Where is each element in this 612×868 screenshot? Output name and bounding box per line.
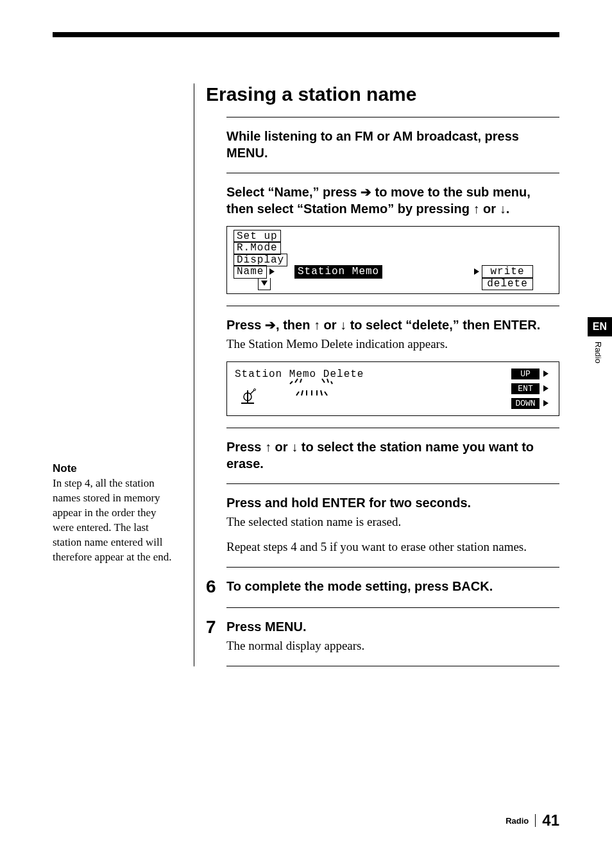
submenu-station-memo: Station Memo [294, 265, 382, 278]
column-divider [194, 83, 194, 666]
arrow-down-icon: ↓ [340, 318, 346, 332]
lcd-button-stack: UP ENT DOWN [511, 369, 551, 409]
text: or [480, 202, 500, 216]
manual-page: Note In step 4, all the station names st… [0, 0, 612, 868]
signal-wave-icon [286, 376, 337, 405]
submenu-delete: delete [482, 277, 533, 290]
step-3: Press ➔, then ↑ or ↓ to select “delete,”… [226, 306, 559, 428]
triangle-right-icon [269, 268, 275, 275]
step-2: Select “Name,” press ➔ to move to the su… [226, 173, 559, 306]
text: to select “delete,” then ENTER. [346, 318, 540, 332]
text: , then [276, 318, 314, 332]
footer-section: Radio [506, 816, 529, 826]
text: Press [226, 318, 265, 332]
svg-point-4 [254, 388, 256, 390]
menu-item: R.Mode [234, 241, 281, 254]
footer-divider [535, 814, 536, 827]
text: Select “Name,” press [226, 185, 361, 199]
language-badge: EN [588, 317, 612, 336]
step-number: 6 [206, 578, 226, 596]
step-7: 7 Press MENU. The normal display appears… [226, 607, 559, 666]
step-6-heading: To complete the mode setting, press BACK… [226, 578, 559, 595]
svg-line-3 [250, 390, 254, 394]
lcd-title: Station Memo Delete [235, 369, 511, 380]
arrow-up-icon: ↑ [314, 318, 320, 332]
triangle-down-icon [261, 281, 268, 286]
step-number: 7 [206, 618, 226, 654]
step-1: While listening to an FM or AM broadcast… [226, 117, 559, 173]
step-5-body2: Repeat steps 4 and 5 if you want to eras… [226, 539, 559, 555]
step-5-heading: Press and hold ENTER for two seconds. [226, 494, 559, 511]
arrow-up-icon: ↑ [473, 202, 480, 216]
lcd-up-label: UP [511, 369, 540, 379]
step-5: Press and hold ENTER for two seconds. Th… [226, 483, 559, 567]
arrow-right-icon: ➔ [265, 318, 276, 332]
step-3-body: The Station Memo Delete indication appea… [226, 336, 559, 352]
menu-item: Set up [234, 230, 281, 243]
lcd-ent-label: ENT [511, 383, 540, 394]
menu-item-name: Name [234, 265, 267, 278]
step-5-body: The selected station name is erased. [226, 514, 559, 530]
step-6: 6 To complete the mode setting, press BA… [226, 567, 559, 607]
lcd-down-label: DOWN [511, 398, 540, 409]
arrow-right-icon: ➔ [361, 185, 371, 199]
section-tab-label: Radio [593, 342, 603, 363]
step-7-heading: Press MENU. [226, 618, 559, 635]
triangle-right-icon [543, 385, 548, 392]
triangle-right-icon [474, 268, 479, 275]
text: or [271, 440, 291, 454]
arrow-down-icon: ↓ [291, 440, 298, 454]
step-3-heading: Press ➔, then ↑ or ↓ to select “delete,”… [226, 317, 559, 333]
page-number: 41 [542, 812, 559, 829]
triangle-right-icon [543, 370, 548, 377]
submenu-write: write [482, 265, 533, 278]
step-7-body: The normal display appears. [226, 638, 559, 654]
lcd-menu-screen: Set up R.Mode Display Name Station Memo … [226, 226, 559, 294]
page-side-tab: EN Radio [588, 317, 612, 363]
text: Press [226, 440, 265, 454]
main-column: Erasing a station name While listening t… [206, 83, 559, 666]
two-column-layout: Note In step 4, all the station names st… [53, 83, 559, 666]
page-footer: Radio 41 [506, 812, 559, 829]
menu-item: Display [234, 254, 287, 266]
text: . [506, 202, 510, 216]
step-4-heading: Press ↑ or ↓ to select the station name … [226, 438, 559, 472]
note-body: In step 4, all the station names stored … [53, 476, 180, 565]
step-4: Press ↑ or ↓ to select the station name … [226, 428, 559, 483]
top-rule [53, 32, 559, 37]
step-1-heading: While listening to an FM or AM broadcast… [226, 128, 559, 161]
triangle-right-icon [543, 400, 548, 406]
step-2-heading: Select “Name,” press ➔ to move to the su… [226, 184, 559, 217]
text: or [320, 318, 340, 332]
note-heading: Note [53, 462, 180, 475]
note-column: Note In step 4, all the station names st… [53, 83, 194, 666]
antenna-icon [235, 388, 260, 409]
arrow-down-icon: ↓ [500, 202, 506, 216]
section-title: Erasing a station name [206, 83, 559, 105]
arrow-up-icon: ↑ [265, 440, 271, 454]
lcd-delete-screen: Station Memo Delete [226, 361, 559, 416]
